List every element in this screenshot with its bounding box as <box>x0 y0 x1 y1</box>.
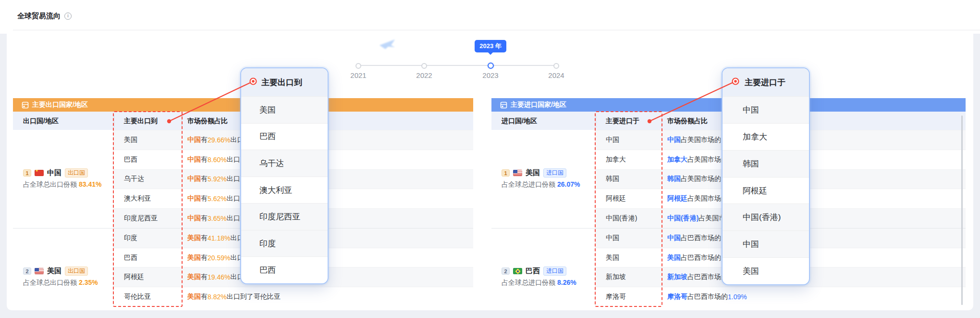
year-tooltip: 2023 年 <box>475 40 506 52</box>
table-icon <box>500 102 507 109</box>
popup-item[interactable]: 乌干达 <box>241 150 328 177</box>
table-scrollbar[interactable] <box>961 115 963 305</box>
popup-title: 主要进口于 <box>723 68 809 96</box>
timeline-year-label: 2021 <box>339 71 378 79</box>
partner-country: 澳大利亚 <box>124 189 151 208</box>
partner-country: 美国 <box>124 130 137 150</box>
exporter-group-cell[interactable]: 2巴西进口国占全球总进口份额8.26% <box>491 228 596 306</box>
exporter-group-cell[interactable]: 1美国进口国占全球总进口份额26.07% <box>491 130 596 228</box>
partner-country: 印度尼西亚 <box>124 209 158 228</box>
timeline-dot-2021[interactable] <box>355 63 361 69</box>
trade-flow-panel: 全球贸易流向 i 2023 年 2021202220232024 主要出口国家/… <box>0 0 980 318</box>
exporter-group-cell[interactable]: 2美国出口国占全球总出口份额2.35% <box>13 228 114 306</box>
popup-item[interactable]: 巴西 <box>241 123 328 150</box>
col-header-partner: 主要出口到 <box>124 112 158 130</box>
group-share-line: 占全球总进口份额8.26% <box>502 279 595 287</box>
popup-item[interactable]: 印度 <box>241 230 328 257</box>
partner-country: 巴西 <box>124 248 137 267</box>
popup-title: 主要出口到 <box>241 68 328 96</box>
share-note: 摩洛哥占巴西市场的 1.09% <box>667 287 747 306</box>
table-title: 主要进口国家/地区 <box>511 101 566 109</box>
timeline-dot-2024[interactable] <box>553 63 559 69</box>
popup-item[interactable]: 加拿大 <box>723 123 809 150</box>
import-sources-popup: 主要进口于 中国加拿大韩国阿根廷中国(香港)中国美国 <box>722 67 810 285</box>
cn-flag-icon <box>35 170 44 176</box>
rank-badge: 1 <box>502 169 510 177</box>
partner-country: 中国 <box>606 130 619 150</box>
col-header-share: 市场份额占比 <box>187 112 228 130</box>
group-country-line: 2美国出口国 <box>23 267 113 276</box>
table-icon <box>22 102 29 109</box>
role-tag: 出口国 <box>65 267 88 276</box>
group-country-name: 巴西 <box>526 267 540 276</box>
group-share-value: 2.35% <box>79 279 98 286</box>
role-tag: 出口国 <box>65 168 88 178</box>
popup-item[interactable]: 中国 <box>723 230 809 257</box>
col-header-share: 市场份额占比 <box>667 112 708 130</box>
popup-item[interactable]: 巴西 <box>241 256 328 283</box>
partner-country: 阿根廷 <box>606 189 626 208</box>
role-tag: 进口国 <box>543 267 566 276</box>
table-title: 主要出口国家/地区 <box>32 101 88 109</box>
br-flag-icon <box>513 268 522 274</box>
popup-item[interactable]: 美国 <box>241 96 328 123</box>
share-note: 美国占巴西市场的 <box>667 248 721 267</box>
page-title: 全球贸易流向 <box>17 12 61 21</box>
rank-badge: 1 <box>23 169 31 177</box>
group-share-value: 83.41% <box>79 180 101 188</box>
partner-country: 巴西 <box>124 150 137 169</box>
us-flag-icon <box>35 268 44 274</box>
partner-country: 加拿大 <box>606 150 626 169</box>
col-header-country: 进口国/地区 <box>502 112 537 130</box>
partner-country: 中国(香港) <box>606 209 637 228</box>
timeline-dot-2022[interactable] <box>421 63 427 69</box>
partner-country: 摩洛哥 <box>606 287 626 306</box>
trade-row[interactable]: 摩洛哥摩洛哥占巴西市场的 1.09% <box>596 287 966 306</box>
popup-item[interactable]: 中国(香港) <box>723 204 809 230</box>
group-country-line: 2巴西进口国 <box>502 267 595 276</box>
popup-item[interactable]: 阿根廷 <box>723 177 809 204</box>
timeline-year-label: 2022 <box>405 71 443 79</box>
timeline-year-label: 2024 <box>537 71 576 79</box>
timeline-track[interactable] <box>358 65 556 66</box>
group-share-line: 占全球总出口份额83.41% <box>23 180 113 189</box>
role-tag: 进口国 <box>543 168 566 178</box>
partner-country: 新加坡 <box>606 267 626 287</box>
decorative-plane-icon <box>379 38 400 50</box>
rank-badge: 2 <box>23 267 31 275</box>
group-share-line: 占全球总出口份额2.35% <box>23 279 113 287</box>
partner-country: 韩国 <box>606 170 619 189</box>
timeline-dot-2023[interactable] <box>488 63 494 69</box>
header-divider <box>13 30 980 30</box>
col-header-partner: 主要进口于 <box>606 112 639 130</box>
popup-item[interactable]: 中国 <box>723 96 809 123</box>
partner-country: 美国 <box>606 248 619 267</box>
partner-country: 哥伦比亚 <box>124 287 151 306</box>
partner-country: 阿根廷 <box>124 267 144 287</box>
group-country-name: 美国 <box>47 267 61 276</box>
group-share-value: 8.26% <box>557 279 576 286</box>
group-country-name: 中国 <box>47 168 61 178</box>
partner-country: 印度 <box>124 229 137 248</box>
share-note: 阿根廷占美国市场的 <box>667 189 728 208</box>
timeline-year-label: 2023 <box>471 71 510 79</box>
popup-item[interactable]: 澳大利亚 <box>241 177 328 204</box>
partner-country: 乌干达 <box>124 170 144 189</box>
group-share-value: 26.07% <box>557 180 580 188</box>
popup-item[interactable]: 美国 <box>723 257 809 284</box>
exporter-group-cell[interactable]: 1中国出口国占全球总出口份额83.41% <box>13 130 114 228</box>
us-flag-icon <box>513 170 522 176</box>
col-header-country: 出口国/地区 <box>23 112 59 130</box>
info-icon[interactable]: i <box>64 13 72 20</box>
export-destinations-popup: 主要出口到 美国巴西乌干达澳大利亚印度尼西亚印度巴西 <box>240 67 329 284</box>
share-note: 加拿大占美国市场的 <box>667 150 728 169</box>
group-country-name: 美国 <box>526 168 540 178</box>
share-note: 美国有 8.82% 出口到了哥伦比亚 <box>187 287 281 306</box>
popup-item[interactable]: 韩国 <box>723 150 809 177</box>
rank-badge: 2 <box>502 267 510 275</box>
trade-row[interactable]: 哥伦比亚美国有 8.82% 出口到了哥伦比亚 <box>114 287 473 306</box>
group-country-line: 1美国进口国 <box>502 168 595 178</box>
group-country-line: 1中国出口国 <box>23 168 113 178</box>
popup-item[interactable]: 印度尼西亚 <box>241 203 328 230</box>
partner-country: 中国 <box>606 229 619 248</box>
